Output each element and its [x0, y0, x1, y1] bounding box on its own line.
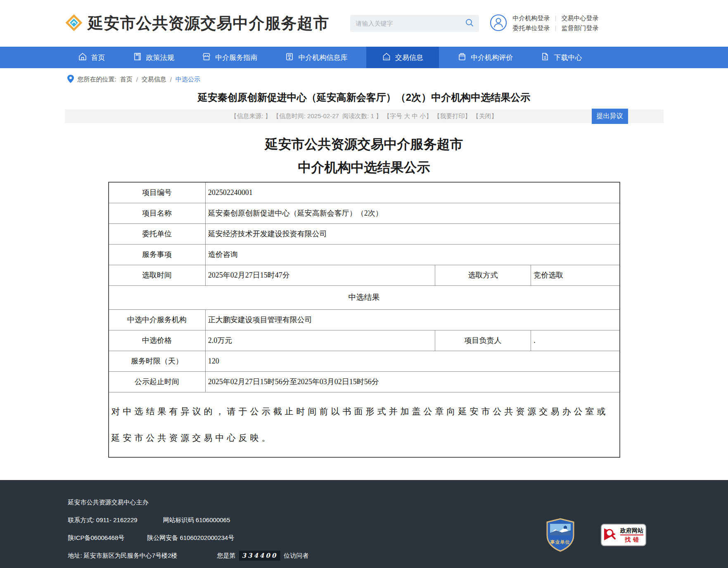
document-title-line1: 延安市公共资源交易中介服务超市 — [65, 135, 664, 154]
project-name-value: 延安秦创原创新促进中心（延安高新会客厅）（2次） — [205, 203, 619, 223]
login-link-trade-center[interactable]: 交易中心登录 — [561, 14, 598, 22]
service-item-label: 服务事项 — [109, 244, 206, 265]
document-title-line2: 中介机构中选结果公示 — [65, 159, 664, 177]
footer-info: 延安市公共资源交易中心主办 联系方式: 0911- 2162229 网站标识码 … — [65, 493, 309, 564]
duration-value: 120 — [205, 351, 619, 371]
table-row: 项目名称 延安秦创原创新促进中心（延安高新会客厅）（2次） — [109, 203, 620, 223]
archive-icon — [285, 52, 294, 63]
meta-print-link[interactable]: 【我要打印】 — [434, 112, 471, 120]
folder-icon — [458, 52, 467, 63]
winner-label: 中选中介服务机构 — [109, 309, 206, 330]
footer-icp: 陕ICP备06006468号 — [68, 533, 125, 542]
footer-host-line: 延安市公共资源交易中心主办 — [68, 493, 309, 511]
winner-value: 正大鹏安建设项目管理有限公司 — [205, 309, 619, 330]
nav-item-download-center[interactable]: 下载中心 — [531, 47, 591, 68]
result-section-header: 中选结果 — [109, 285, 620, 309]
breadcrumb-current[interactable]: 中选公示 — [175, 76, 200, 83]
objection-note: 对中选结果有异议的，请于公示截止时间前以书面形式并加盖公章向延安市公共资源交易办… — [109, 392, 620, 457]
nav-item-home[interactable]: 首页 — [69, 47, 114, 68]
select-method-label: 选取方式 — [435, 265, 531, 285]
user-avatar-icon — [490, 14, 507, 33]
nav-label: 首页 — [91, 53, 105, 62]
article-meta-bar: 【信息来源: 】 【信息时间: 2025-02-27 阅读次数: 1 】 【字号… — [65, 109, 664, 123]
table-row: 项目编号 202502240001 — [109, 182, 620, 203]
table-row: 中选结果 — [109, 285, 620, 309]
project-name-label: 项目名称 — [109, 203, 206, 223]
table-row: 服务时限（天） 120 — [109, 351, 620, 371]
login-link-client[interactable]: 委托单位登录 — [513, 24, 550, 32]
meta-time-views: 【信息时间: 2025-02-27 阅读次数: 1 】 — [273, 112, 382, 120]
find-error-text: 政府网站 找错 — [620, 527, 643, 543]
search-box[interactable] — [350, 15, 479, 32]
service-item-value: 造价咨询 — [205, 244, 619, 265]
site-brand: 延安市公共资源交易中介服务超市 — [65, 13, 330, 34]
footer-site-code: 网站标识码 6106000065 — [163, 516, 230, 525]
site-footer: 延安市公共资源交易中心主办 联系方式: 0911- 2162229 网站标识码 … — [0, 480, 728, 568]
project-no-value: 202502240001 — [205, 182, 619, 203]
publicity-period-label: 公示起止时间 — [109, 371, 206, 392]
breadcrumb-prefix: 您所在的位置: — [78, 76, 116, 83]
raise-objection-button[interactable]: 提出异议 — [592, 109, 628, 124]
login-separator: | — [555, 24, 557, 32]
search-input[interactable] — [355, 19, 465, 27]
table-row: 服务事项 造价咨询 — [109, 244, 620, 265]
file-icon — [541, 52, 550, 63]
store-icon — [202, 52, 211, 63]
login-links: 中介机构登录 | 交易中心登录 委托单位登录 | 监督部门登录 — [513, 14, 599, 32]
meta-font-size-controls[interactable]: 【字号 大 中 小】 — [384, 112, 432, 120]
account-area: 中介机构登录 | 交易中心登录 委托单位登录 | 监督部门登录 — [490, 14, 599, 33]
main-nav: 首页 政策法规 中介服务指南 — [0, 47, 728, 68]
red-magnifier-icon — [603, 527, 617, 543]
home-icon — [78, 52, 87, 63]
nav-item-trade-info[interactable]: 交易信息 — [366, 47, 439, 68]
search-button[interactable] — [465, 18, 474, 29]
nav-label: 政策法规 — [146, 53, 174, 62]
footer-contact-line: 联系方式: 0911- 2162229 网站标识码 6106000065 — [68, 511, 309, 529]
site-header: 延安市公共资源交易中介服务超市 — [0, 0, 728, 47]
visitor-counter: 334400 — [239, 551, 281, 561]
table-row: 选取时间 2025年02月27日15时47分 选取方式 竞价选取 — [109, 265, 620, 285]
select-method-value: 竞价选取 — [531, 265, 620, 285]
public-institution-badge[interactable]: 事业单位 — [545, 518, 575, 552]
article-title: 延安秦创原创新促进中心（延安高新会客厅）（2次）中介机构中选结果公示 — [65, 91, 664, 104]
breadcrumb-separator: / — [136, 76, 138, 83]
page: 延安市公共资源交易中介服务超市 — [0, 0, 728, 568]
meta-close-link[interactable]: 【关闭】 — [473, 112, 498, 120]
gov-site-find-error-badge[interactable]: 政府网站 找错 — [601, 524, 646, 546]
nav-label: 中介机构评价 — [471, 53, 513, 62]
nav-item-agency-database[interactable]: 中介机构信息库 — [276, 47, 356, 68]
nav-item-service-guide[interactable]: 中介服务指南 — [193, 47, 266, 68]
breadcrumb-section[interactable]: 交易信息 — [142, 76, 166, 83]
login-separator: | — [555, 14, 557, 22]
site-title: 延安市公共资源交易中介服务超市 — [88, 13, 330, 34]
manager-label: 项目负责人 — [435, 330, 531, 351]
breadcrumb-home[interactable]: 首页 — [120, 76, 133, 83]
footer-icp-line: 陕ICP备06006468号 陕公网安备 61060202000234号 — [68, 529, 309, 547]
table-row: 中选中介服务机构 正大鹏安建设项目管理有限公司 — [109, 309, 620, 330]
price-label: 中选价格 — [109, 330, 206, 351]
select-time-label: 选取时间 — [109, 265, 206, 285]
table-row: 对中选结果有异议的，请于公示截止时间前以书面形式并加盖公章向延安市公共资源交易办… — [109, 392, 620, 457]
table-row: 中选价格 2.0万元 项目负责人 . — [109, 330, 620, 351]
visitor-counter-prefix: 您是第 — [217, 551, 236, 560]
nav-item-agency-rating[interactable]: 中介机构评价 — [448, 47, 522, 68]
find-error-label: 找错 — [622, 536, 641, 543]
duration-label: 服务时限（天） — [109, 351, 206, 371]
client-label: 委托单位 — [109, 223, 206, 244]
footer-police-record: 陕公网安备 61060202000234号 — [147, 533, 234, 542]
nav-item-policies[interactable]: 政策法规 — [124, 47, 183, 68]
footer-host: 延安市公共资源交易中心主办 — [68, 498, 149, 507]
nav-label: 下载中心 — [554, 53, 582, 62]
publicity-period-value: 2025年02月27日15时56分至2025年03月02日15时56分 — [205, 371, 619, 392]
login-link-agency[interactable]: 中介机构登录 — [513, 14, 550, 22]
login-link-supervisor[interactable]: 监督部门登录 — [561, 24, 598, 32]
footer-contact: 联系方式: 0911- 2162229 — [68, 516, 138, 525]
nav-label: 中介机构信息库 — [298, 53, 347, 62]
project-no-label: 项目编号 — [109, 182, 206, 203]
client-value: 延安经济技术开发建设投资有限公司 — [205, 223, 619, 244]
book-icon — [133, 52, 142, 63]
breadcrumb-separator: / — [170, 76, 172, 83]
price-value: 2.0万元 — [205, 330, 435, 351]
nav-label: 交易信息 — [395, 53, 423, 62]
shield-icon — [545, 546, 575, 553]
